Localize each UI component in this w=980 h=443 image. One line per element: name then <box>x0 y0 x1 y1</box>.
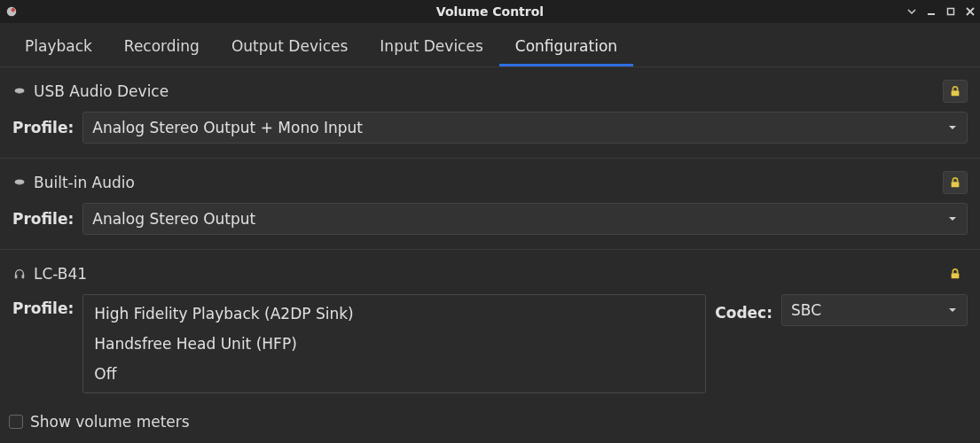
codec-group: Codec: SBC <box>715 294 968 326</box>
show-meters-checkbox[interactable] <box>9 415 23 429</box>
profile-dropdown-open[interactable]: High Fidelity Playback (A2DP Sink) Hands… <box>82 294 706 393</box>
sound-card-icon <box>12 175 27 190</box>
profile-combo[interactable]: Analog Stereo Output + Mono Input <box>82 112 968 144</box>
footer-row: Show volume meters <box>0 408 980 436</box>
device-header: LC-B41 <box>12 257 968 292</box>
codec-combo[interactable]: SBC <box>781 294 968 326</box>
device-block: LC-B41 Profile: High Fidelity Playback (… <box>0 250 980 408</box>
svg-rect-6 <box>952 90 960 96</box>
profile-option[interactable]: High Fidelity Playback (A2DP Sink) <box>83 299 705 329</box>
profile-option[interactable]: Off <box>83 359 705 389</box>
maximize-icon[interactable] <box>946 7 955 16</box>
device-header: USB Audio Device <box>12 74 968 110</box>
device-name: LC-B41 <box>34 265 943 283</box>
device-name: Built-in Audio <box>34 174 943 191</box>
svg-rect-9 <box>952 182 960 187</box>
svg-rect-10 <box>15 275 18 278</box>
codec-value: SBC <box>791 301 947 319</box>
profile-row: Profile: High Fidelity Playback (A2DP Si… <box>12 292 968 399</box>
svg-rect-3 <box>948 9 954 15</box>
profile-row: Profile: Analog Stereo Output <box>12 201 968 240</box>
device-name: USB Audio Device <box>34 82 943 100</box>
profile-row: Profile: Analog Stereo Output + Mono Inp… <box>12 110 968 149</box>
tab-input-devices[interactable]: Input Devices <box>364 30 498 66</box>
svg-rect-11 <box>22 275 25 278</box>
device-header: Built-in Audio <box>12 166 968 201</box>
lock-icon <box>949 176 961 189</box>
content-area: USB Audio Device Profile: Analog Stereo … <box>0 67 980 408</box>
titlebar: Volume Control <box>0 0 980 23</box>
codec-label: Codec: <box>715 299 772 322</box>
sound-card-icon <box>12 84 27 98</box>
window-controls <box>907 7 975 16</box>
tab-output-devices[interactable]: Output Devices <box>216 30 364 66</box>
window-title: Volume Control <box>436 4 544 19</box>
svg-point-0 <box>7 7 17 17</box>
tab-bar: Playback Recording Output Devices Input … <box>0 23 980 67</box>
close-icon[interactable] <box>966 7 975 16</box>
lock-icon <box>949 268 961 280</box>
lock-button[interactable] <box>943 171 968 194</box>
minimize-icon[interactable] <box>927 7 936 16</box>
svg-point-5 <box>15 89 25 93</box>
lock-button[interactable] <box>943 262 968 285</box>
profile-combo[interactable]: Analog Stereo Output <box>82 203 968 235</box>
svg-point-1 <box>12 8 15 12</box>
window-menu-icon[interactable] <box>907 7 916 16</box>
app-icon <box>5 5 18 18</box>
headphones-icon <box>12 267 27 281</box>
tab-configuration[interactable]: Configuration <box>499 30 633 66</box>
tab-playback[interactable]: Playback <box>9 30 108 66</box>
profile-option[interactable]: Handsfree Head Unit (HFP) <box>83 329 705 359</box>
profile-value: Analog Stereo Output <box>92 210 947 228</box>
device-block: Built-in Audio Profile: Analog Stereo Ou… <box>0 159 980 250</box>
profile-value: Analog Stereo Output + Mono Input <box>92 119 947 136</box>
profile-label: Profile: <box>12 210 74 228</box>
chevron-down-icon <box>947 305 958 315</box>
tab-recording[interactable]: Recording <box>108 30 216 66</box>
lock-icon <box>949 85 961 97</box>
lock-button[interactable] <box>943 80 968 103</box>
chevron-down-icon <box>947 122 958 133</box>
device-block: USB Audio Device Profile: Analog Stereo … <box>0 67 980 159</box>
profile-label: Profile: <box>12 119 74 136</box>
show-meters-label: Show volume meters <box>30 413 190 431</box>
svg-point-8 <box>15 180 25 184</box>
svg-rect-12 <box>952 273 960 278</box>
chevron-down-icon <box>947 214 958 224</box>
svg-rect-2 <box>928 13 935 15</box>
profile-label: Profile: <box>12 294 74 317</box>
